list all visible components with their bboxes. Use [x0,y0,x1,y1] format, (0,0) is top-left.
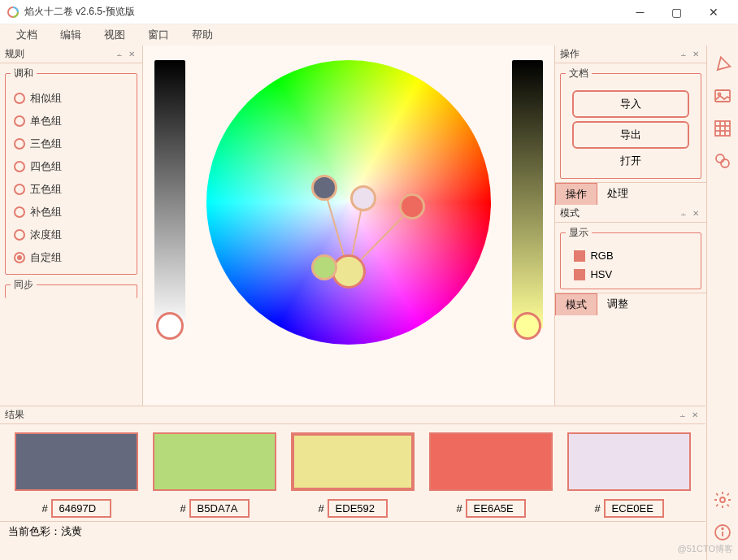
lightness-slider-right[interactable] [512,60,543,328]
svg-point-9 [721,159,729,167]
close-icon[interactable]: ✕ [690,50,701,59]
rule-radio-2[interactable]: 三色组 [11,132,132,155]
rule-radio-1[interactable]: 单色组 [11,110,132,132]
checkbox-icon [574,250,585,262]
minimize-button[interactable]: ─ [622,0,658,24]
grid-icon[interactable] [711,117,734,140]
lightness-handle-left[interactable] [156,312,184,340]
status-bar: 当前色彩：浅黄 [0,521,705,541]
menu-help[interactable]: 帮助 [180,25,224,45]
radio-icon [14,206,25,218]
titlebar: 焰火十二卷 v2.6.5-预览版 ─ ▢ ✕ [0,0,738,24]
pin-icon[interactable]: ⫠ [677,209,690,218]
menu-edit[interactable]: 编辑 [49,25,93,45]
hex-row: # [594,499,663,518]
check-hsv[interactable]: HSV [566,265,695,284]
hex-input-3[interactable] [466,499,526,518]
close-icon[interactable]: ✕ [126,50,137,59]
pin-icon[interactable]: ⫠ [676,410,689,419]
radio-icon [14,184,25,195]
app-logo-icon [7,6,20,19]
import-button[interactable]: 导入 [572,90,688,118]
rule-radio-6[interactable]: 浓度组 [11,224,132,246]
lightness-slider-left[interactable] [154,60,185,328]
mode-panel-header: 模式 ⫠ ✕ [555,205,705,223]
radio-icon [14,93,25,104]
display-legend: 显示 [566,226,592,240]
color-swatch-0[interactable] [15,432,138,491]
svg-rect-3 [715,121,730,136]
results-row: # # # # # [0,424,705,521]
settings-icon[interactable] [711,488,734,511]
lightness-handle-right[interactable] [514,312,541,340]
rule-radio-4[interactable]: 五色组 [11,178,132,201]
color-swatch-3[interactable] [429,432,553,491]
svg-point-8 [716,154,724,163]
rule-radio-5[interactable]: 补色组 [11,201,132,224]
document-group: 文档 导入 导出 打开 [560,67,701,179]
close-icon[interactable]: ✕ [690,209,701,218]
hex-input-0[interactable] [51,499,111,518]
close-button[interactable]: ✕ [695,0,731,24]
radio-icon [14,138,25,150]
sync-legend: 同步 [11,278,37,292]
wheel-node-2[interactable] [350,185,376,211]
operate-panel-title: 操作 [560,47,580,61]
pin-icon[interactable]: ⫠ [677,50,690,59]
harmony-legend: 调和 [11,67,37,80]
hex-input-2[interactable] [328,499,388,518]
color-swatch-1[interactable] [153,432,276,491]
harmony-group: 调和 相似组单色组三色组四色组五色组补色组浓度组自定组 [5,67,137,275]
color-wheel[interactable] [206,60,491,345]
tab-process[interactable]: 处理 [597,183,638,205]
close-icon[interactable]: ✕ [689,410,701,419]
svg-point-13 [722,528,723,530]
hex-row: # [180,499,249,518]
rule-radio-0[interactable]: 相似组 [11,87,132,110]
menu-view[interactable]: 视图 [93,25,137,45]
mode-tabs: 模式 调整 [555,293,705,315]
image-icon[interactable] [711,85,734,107]
color-swatch-2[interactable] [291,432,415,491]
rules-panel-header: 规则 ⫠ ✕ [0,46,142,63]
operate-panel-header: 操作 ⫠ ✕ [555,46,705,63]
tab-mode[interactable]: 模式 [555,293,597,315]
wheel-node-3[interactable] [399,193,425,219]
triangle-icon[interactable] [711,52,734,75]
hex-input-4[interactable] [604,499,664,518]
results-panel-title: 结果 [5,408,24,422]
display-group: 显示 RGB HSV [560,226,701,289]
hex-row: # [456,499,525,518]
checkbox-icon [574,269,585,280]
maximize-button[interactable]: ▢ [658,0,695,24]
tab-operate[interactable]: 操作 [555,183,597,205]
tab-adjust[interactable]: 调整 [597,293,638,315]
window-title: 焰火十二卷 v2.6.5-预览版 [24,5,622,19]
radio-icon [14,229,25,241]
svg-point-10 [720,497,725,502]
wheel-node-1[interactable] [311,175,337,201]
menu-window[interactable]: 窗口 [137,25,180,45]
hex-row: # [318,499,387,518]
watermark: @51CTO博客 [678,543,733,555]
icon-toolbar [706,46,738,560]
menu-file[interactable]: 文档 [5,25,49,45]
radio-icon [14,161,25,172]
menubar: 文档 编辑 视图 窗口 帮助 [0,24,738,46]
shapes-icon[interactable] [711,150,734,172]
pin-icon[interactable]: ⫠ [113,50,126,59]
hex-row: # [41,499,111,518]
operate-tabs: 操作 处理 [555,182,705,205]
color-swatch-4[interactable] [567,432,691,491]
wheel-node-4[interactable] [311,254,337,280]
sync-group: 同步 [5,278,137,298]
hex-input-1[interactable] [189,499,250,518]
wheel-node-0[interactable] [332,254,366,289]
rules-panel-title: 规则 [5,47,24,61]
export-button[interactable]: 导出 [572,121,688,149]
rule-radio-3[interactable]: 四色组 [11,155,132,178]
check-rgb[interactable]: RGB [566,246,695,265]
info-icon[interactable] [711,521,734,544]
rule-radio-7[interactable]: 自定组 [11,246,132,269]
open-button[interactable]: 打开 [572,152,688,170]
